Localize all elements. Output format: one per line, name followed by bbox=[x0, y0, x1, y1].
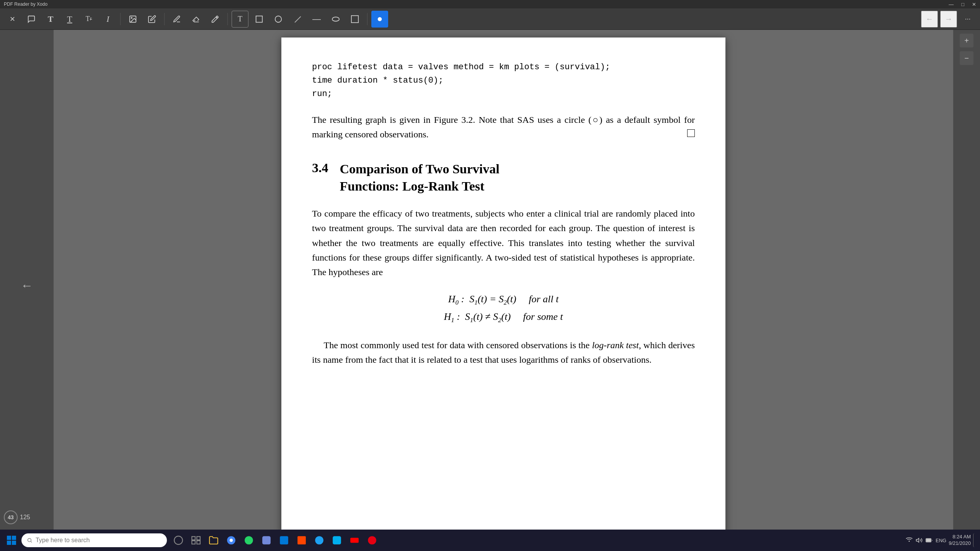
section-title: Comparison of Two Survival Functions: Lo… bbox=[340, 161, 500, 194]
minimize-button[interactable]: — bbox=[949, 2, 954, 7]
volume-icon bbox=[916, 537, 923, 544]
taskbar-icon-9[interactable] bbox=[364, 532, 381, 549]
svg-rect-10 bbox=[12, 541, 16, 545]
toolbar-separator-1 bbox=[120, 13, 121, 25]
svg-line-12 bbox=[31, 541, 32, 543]
page-indicator: 43 125 bbox=[4, 510, 30, 524]
eraser-tool-button[interactable] bbox=[188, 11, 204, 28]
clock-date: 9/21/2020 bbox=[949, 540, 971, 547]
rectangle-tool-button[interactable] bbox=[251, 11, 268, 28]
taskbar-icon-8[interactable] bbox=[346, 532, 363, 549]
taskbar-icon-4[interactable] bbox=[276, 532, 292, 549]
pen-tool-button[interactable] bbox=[207, 11, 224, 28]
back-page-button[interactable]: ← bbox=[21, 279, 33, 293]
total-pages: 125 bbox=[20, 514, 30, 521]
svg-rect-9 bbox=[7, 541, 11, 545]
search-icon bbox=[27, 537, 33, 543]
language-indicator: ENG bbox=[936, 538, 946, 543]
svg-rect-7 bbox=[7, 536, 11, 540]
maximize-button[interactable]: □ bbox=[961, 2, 964, 7]
svg-rect-25 bbox=[333, 536, 341, 544]
svg-marker-29 bbox=[916, 538, 919, 543]
window-controls[interactable]: — □ ✕ bbox=[949, 2, 976, 7]
title-bar: PDF Reader by Xodo — □ ✕ bbox=[0, 0, 980, 8]
paragraph-3-start: The most commonly used test for data wit… bbox=[312, 340, 592, 350]
svg-point-20 bbox=[245, 536, 253, 544]
paragraph-1-text: The resulting graph is given in Figure 3… bbox=[312, 115, 695, 139]
dot-tool-button[interactable] bbox=[371, 11, 388, 28]
show-desktop-button[interactable] bbox=[973, 533, 976, 547]
code-line-2: time duration * status(0); bbox=[312, 74, 695, 87]
svg-point-11 bbox=[28, 538, 31, 542]
taskbar-icon-cortana[interactable] bbox=[170, 532, 187, 549]
close-tool-button[interactable]: ✕ bbox=[4, 11, 21, 28]
battery-icon bbox=[926, 537, 933, 544]
taskbar-icon-6[interactable] bbox=[311, 532, 328, 549]
textbox-tool-button[interactable]: T bbox=[232, 11, 248, 28]
code-block: proc lifetest data = valves method = km … bbox=[312, 60, 695, 101]
svg-point-1 bbox=[131, 17, 132, 18]
paragraph-1: The resulting graph is given in Figure 3… bbox=[312, 112, 695, 142]
section-number: 3.4 bbox=[312, 161, 328, 175]
section-heading: 3.4 Comparison of Two Survival Functions… bbox=[312, 161, 695, 194]
system-tray: ENG bbox=[906, 537, 946, 544]
ellipse-tool-button[interactable] bbox=[327, 11, 344, 28]
forward-nav-button[interactable]: → bbox=[940, 11, 957, 28]
formula-h1: H1 : S1(t) ≠ S2(t) for some t bbox=[444, 311, 563, 324]
current-page-badge: 43 bbox=[4, 510, 18, 524]
svg-rect-31 bbox=[926, 539, 931, 541]
code-line-1: proc lifetest data = valves method = km … bbox=[312, 60, 695, 74]
clock: 8:24 AM 9/21/2020 bbox=[949, 534, 971, 547]
svg-rect-14 bbox=[192, 536, 195, 540]
more-options-button[interactable]: ··· bbox=[959, 11, 976, 28]
clock-time: 8:24 AM bbox=[949, 534, 971, 540]
app-title: PDF Reader by Xodo bbox=[4, 2, 47, 7]
start-button[interactable] bbox=[3, 532, 20, 549]
taskbar-right: ENG 8:24 AM 9/21/2020 bbox=[906, 530, 980, 551]
italic-tool-button[interactable]: I bbox=[100, 11, 116, 28]
image-tool-button[interactable] bbox=[124, 11, 141, 28]
text-tool-button[interactable]: T bbox=[42, 11, 59, 28]
comment-tool-button[interactable] bbox=[23, 11, 40, 28]
zoom-out-button[interactable]: − bbox=[960, 51, 973, 65]
taskbar: ENG 8:24 AM 9/21/2020 bbox=[0, 530, 980, 551]
pencil-tool-button[interactable] bbox=[168, 11, 185, 28]
taskbar-icon-2[interactable] bbox=[240, 532, 257, 549]
taskbar-icon-taskview[interactable] bbox=[188, 532, 204, 549]
taskbar-icon-3[interactable] bbox=[258, 532, 275, 549]
toolbar: ✕ T T TF I T bbox=[0, 8, 980, 30]
svg-rect-16 bbox=[192, 541, 195, 544]
taskbar-icon-7[interactable] bbox=[328, 532, 345, 549]
left-sidebar: ← 43 125 bbox=[0, 30, 54, 530]
line2-tool-button[interactable]: — bbox=[308, 11, 325, 28]
svg-point-13 bbox=[174, 536, 183, 544]
taskbar-icon-explorer[interactable] bbox=[205, 532, 222, 549]
search-input[interactable] bbox=[36, 537, 162, 544]
main-area: ← 43 125 proc lifetest data = valves met… bbox=[0, 30, 980, 530]
formula-block: H0 : S1(t) = S2(t) for all t H1 : S1(t) … bbox=[312, 291, 695, 326]
pdf-page: proc lifetest data = valves method = km … bbox=[281, 37, 725, 530]
paragraph-1-container: The resulting graph is given in Figure 3… bbox=[312, 112, 695, 142]
svg-point-28 bbox=[909, 541, 910, 542]
paragraph-2: To compare the efficacy of two treatment… bbox=[312, 206, 695, 280]
font-tool-button[interactable]: T bbox=[61, 11, 78, 28]
square2-tool-button[interactable] bbox=[346, 11, 363, 28]
edit-tool-button[interactable] bbox=[144, 11, 160, 28]
network-icon bbox=[906, 537, 913, 544]
svg-rect-22 bbox=[280, 536, 288, 544]
paragraph-3-italic: log-rank test bbox=[592, 340, 639, 350]
taskbar-icon-chrome[interactable] bbox=[223, 532, 240, 549]
close-button[interactable]: ✕ bbox=[972, 2, 976, 7]
superscript-tool-button[interactable]: TF bbox=[80, 11, 97, 28]
formula-h0: H0 : S1(t) = S2(t) for all t bbox=[448, 293, 559, 306]
circle-tool-button[interactable] bbox=[270, 11, 287, 28]
zoom-in-button[interactable]: + bbox=[960, 34, 973, 47]
right-sidebar: + − bbox=[953, 30, 980, 530]
search-bar[interactable] bbox=[21, 533, 167, 547]
svg-point-24 bbox=[315, 536, 323, 544]
line1-tool-button[interactable]: — bbox=[286, 7, 309, 31]
svg-point-3 bbox=[275, 16, 282, 22]
back-nav-button[interactable]: ← bbox=[921, 11, 938, 28]
pdf-area[interactable]: proc lifetest data = valves method = km … bbox=[54, 30, 953, 530]
taskbar-icon-5[interactable] bbox=[293, 532, 310, 549]
